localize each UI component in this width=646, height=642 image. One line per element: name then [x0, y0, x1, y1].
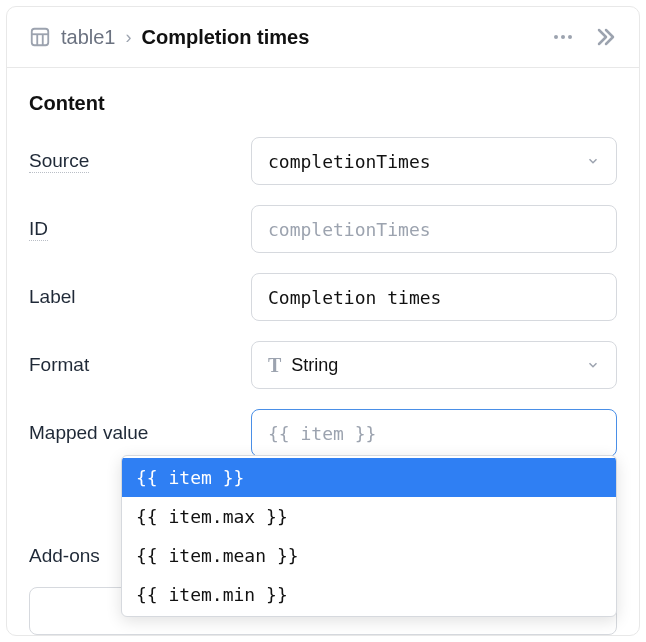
- dropdown-item[interactable]: {{ item.min }}: [122, 575, 616, 614]
- breadcrumb-current: Completion times: [142, 26, 310, 49]
- more-icon[interactable]: [551, 25, 575, 49]
- format-select[interactable]: T String: [251, 341, 617, 389]
- chevron-down-icon: [586, 154, 600, 168]
- label-input[interactable]: Completion times: [251, 273, 617, 321]
- collapse-icon[interactable]: [593, 25, 617, 49]
- source-value: completionTimes: [268, 151, 431, 172]
- label-format: Format: [29, 354, 239, 376]
- label-id: ID: [29, 218, 239, 240]
- dropdown-item[interactable]: {{ item }}: [122, 458, 616, 497]
- label-label: Label: [29, 286, 239, 308]
- row-id: ID completionTimes: [29, 205, 617, 253]
- header-actions: [551, 25, 617, 49]
- svg-point-6: [568, 35, 572, 39]
- table-icon: [29, 26, 51, 48]
- row-source: Source completionTimes: [29, 137, 617, 185]
- mapped-value-placeholder: {{ item }}: [268, 423, 376, 444]
- config-panel: table1 › Completion times Content Source…: [6, 6, 640, 636]
- string-type-icon: T: [268, 354, 281, 377]
- breadcrumb-parent[interactable]: table1: [61, 26, 116, 49]
- chevron-down-icon: [586, 358, 600, 372]
- breadcrumb-separator: ›: [126, 27, 132, 48]
- dropdown-item[interactable]: {{ item.mean }}: [122, 536, 616, 575]
- row-label: Label Completion times: [29, 273, 617, 321]
- dropdown-item[interactable]: {{ item.max }}: [122, 497, 616, 536]
- label-source: Source: [29, 150, 239, 172]
- breadcrumb: table1 › Completion times: [29, 26, 551, 49]
- format-value: String: [291, 355, 338, 376]
- svg-point-5: [561, 35, 565, 39]
- row-format: Format T String: [29, 341, 617, 389]
- row-mapped-value: Mapped value {{ item }} {{ item }} {{ it…: [29, 409, 617, 457]
- autocomplete-dropdown: {{ item }} {{ item.max }} {{ item.mean }…: [121, 455, 617, 617]
- svg-rect-0: [32, 29, 49, 46]
- panel-body: Content Source completionTimes ID comple…: [7, 68, 639, 642]
- label-mapped-value: Mapped value: [29, 422, 239, 444]
- svg-point-4: [554, 35, 558, 39]
- mapped-value-input[interactable]: {{ item }}: [251, 409, 617, 457]
- section-heading: Content: [29, 92, 617, 115]
- source-select[interactable]: completionTimes: [251, 137, 617, 185]
- panel-header: table1 › Completion times: [7, 7, 639, 68]
- id-input[interactable]: completionTimes: [251, 205, 617, 253]
